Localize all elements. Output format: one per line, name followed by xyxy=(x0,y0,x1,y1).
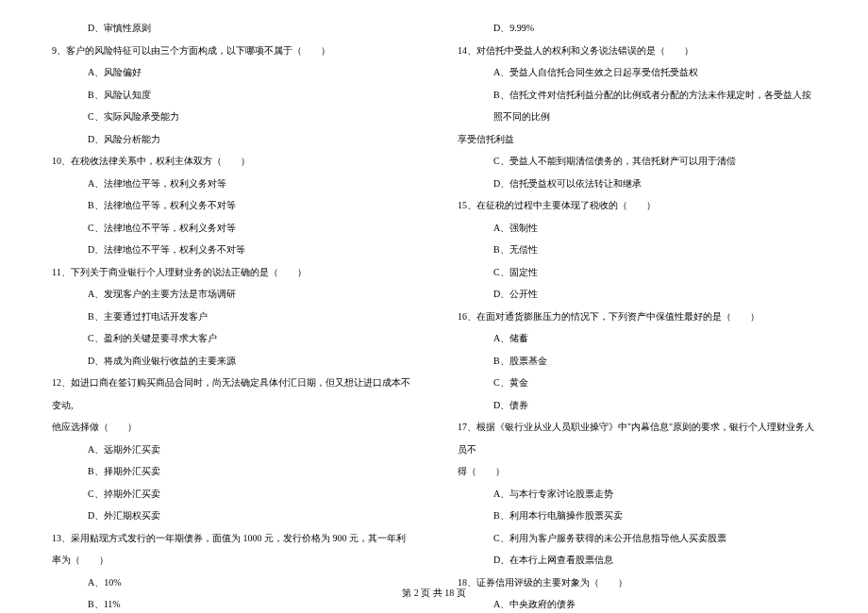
option-c: C、盈利的关键是要寻求大客户 xyxy=(52,327,410,350)
option-b: B、股票基金 xyxy=(458,350,816,373)
option-a: A、风险偏好 xyxy=(52,61,410,84)
option-c: C、掉期外汇买卖 xyxy=(52,483,410,505)
option-d: D、将成为商业银行收益的主要来源 xyxy=(52,350,410,373)
page-footer: 第 2 页 共 18 页 xyxy=(0,587,868,600)
question-13: 13、采用贴现方式发行的一年期债券，面值为 1000 元，发行价格为 900 元… xyxy=(52,527,410,572)
option-a: A、法律地位平等，权利义务对等 xyxy=(52,173,410,195)
option-d: D、法律地位不平等，权利义务不对等 xyxy=(52,239,410,261)
question-10: 10、在税收法律关系中，权利主体双方（ ） xyxy=(52,150,410,173)
option-d: D、债券 xyxy=(458,394,816,417)
option-b-line2: 享受信托利益 xyxy=(458,128,816,151)
option-b: B、法律地位平等，权利义务不对等 xyxy=(52,194,410,217)
option-b: B、无偿性 xyxy=(458,239,816,261)
question-11: 11、下列关于商业银行个人理财业务的说法正确的是（ ） xyxy=(52,261,410,284)
option-a: A、远期外汇买卖 xyxy=(52,439,410,461)
option-d: D、信托受益权可以依法转让和继承 xyxy=(458,173,816,195)
option-c: C、黄金 xyxy=(458,372,816,394)
option-d: D、9.99% xyxy=(458,17,816,40)
option-d: D、风险分析能力 xyxy=(52,128,410,151)
question-15: 15、在征税的过程中主要体现了税收的（ ） xyxy=(458,194,816,217)
question-12-line1: 12、如进口商在签订购买商品合同时，尚无法确定具体付汇日期，但又想让进口成本不变… xyxy=(52,372,410,416)
option-b: B、风险认知度 xyxy=(52,84,410,107)
option-c: C、受益人不能到期清偿债务的，其信托财产可以用于清偿 xyxy=(458,150,816,173)
option-d: D、审慎性原则 xyxy=(52,17,410,40)
option-a: A、储蓄 xyxy=(458,327,816,350)
option-c: C、实际风险承受能力 xyxy=(52,106,410,128)
question-12-line2: 他应选择做（ ） xyxy=(52,416,410,439)
question-17-line1: 17、根据《银行业从业人员职业操守》中"内幕信息"原则的要求，银行个人理财业务人… xyxy=(458,416,816,460)
question-16: 16、在面对通货膨胀压力的情况下，下列资产中保值性最好的是（ ） xyxy=(458,306,816,328)
option-d: D、外汇期权买卖 xyxy=(52,505,410,527)
option-a: A、发现客户的主要方法是市场调研 xyxy=(52,283,410,306)
two-column-layout: D、审慎性原则 9、客户的风险特征可以由三个方面构成，以下哪项不属于（ ） A、… xyxy=(52,17,816,564)
option-c: C、法律地位不平等，权利义务对等 xyxy=(52,217,410,240)
option-d: D、公开性 xyxy=(458,283,816,306)
option-a: A、与本行专家讨论股票走势 xyxy=(458,483,816,505)
option-c: C、利用为客户服务获得的未公开信息指导他人买卖股票 xyxy=(458,527,816,550)
question-17-line2: 得（ ） xyxy=(458,460,816,483)
left-column: D、审慎性原则 9、客户的风险特征可以由三个方面构成，以下哪项不属于（ ） A、… xyxy=(52,17,410,564)
question-9: 9、客户的风险特征可以由三个方面构成，以下哪项不属于（ ） xyxy=(52,40,410,62)
question-14: 14、对信托中受益人的权利和义务说法错误的是（ ） xyxy=(458,40,816,62)
right-column: D、9.99% 14、对信托中受益人的权利和义务说法错误的是（ ） A、受益人自… xyxy=(458,17,816,564)
option-a: A、强制性 xyxy=(458,217,816,240)
option-b: B、利用本行电脑操作股票买卖 xyxy=(458,505,816,527)
option-a: A、受益人自信托合同生效之日起享受信托受益权 xyxy=(458,61,816,84)
option-b-line1: B、信托文件对信托利益分配的比例或者分配的方法未作规定时，各受益人按照不同的比例 xyxy=(458,84,816,128)
option-c: C、固定性 xyxy=(458,261,816,284)
option-b: B、择期外汇买卖 xyxy=(52,460,410,483)
option-d: D、在本行上网查看股票信息 xyxy=(458,549,816,572)
option-b: B、主要通过打电话开发客户 xyxy=(52,306,410,328)
